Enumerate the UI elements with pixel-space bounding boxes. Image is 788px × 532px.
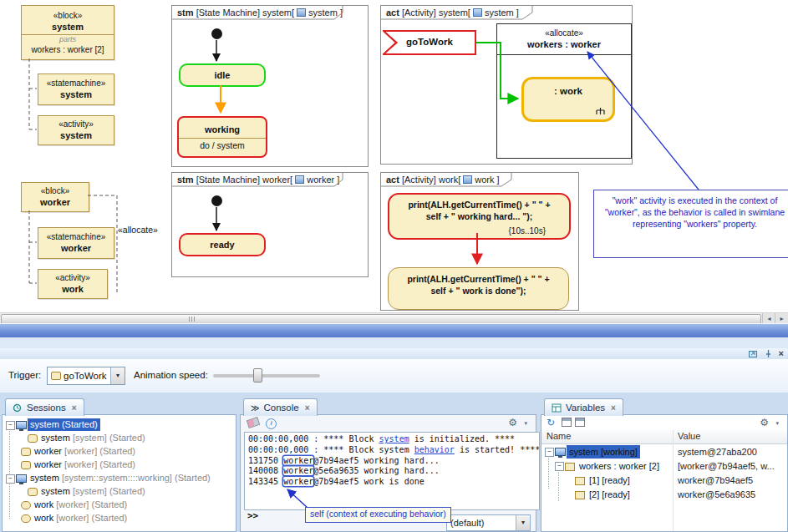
console-highlight[interactable]: worker bbox=[283, 466, 313, 475]
statemachine-system-el[interactable]: «statemachine» system bbox=[38, 73, 114, 105]
gear-icon[interactable]: ⚙ bbox=[508, 417, 517, 428]
print-work-done-action[interactable]: print(ALH.getCurrentTime() + " " + self … bbox=[388, 267, 569, 310]
tab-console[interactable]: ≫ Console × bbox=[243, 398, 318, 416]
info-icon[interactable]: i bbox=[266, 418, 277, 429]
session-row[interactable]: − system [system::system::::working] (St… bbox=[3, 472, 236, 485]
console-icon: ≫ bbox=[251, 403, 259, 413]
block-name: worker bbox=[22, 196, 89, 208]
console-output[interactable]: 00:00:00,000 : **** Block system is init… bbox=[244, 432, 540, 510]
part-icon bbox=[565, 463, 575, 471]
call-behavior-action-work[interactable]: : work bbox=[521, 77, 615, 122]
variable-row[interactable]: [1] [ready] worker@7b94aef5 bbox=[541, 474, 787, 488]
rake-icon bbox=[595, 107, 606, 116]
variables-pane[interactable]: ↻ ⚙ ▾ Name Value − system [working] syst… bbox=[541, 414, 788, 532]
tree-expander-icon[interactable]: − bbox=[555, 462, 564, 471]
statemachine-worker-el[interactable]: «statemachine» worker bbox=[38, 227, 114, 259]
initial-node[interactable] bbox=[211, 28, 222, 39]
console-prompt[interactable]: >> bbox=[247, 510, 258, 521]
stereotype-label: «block» bbox=[22, 10, 114, 21]
combobox-dropdown-button[interactable]: ▾ bbox=[516, 515, 530, 530]
window-splitter-bar[interactable] bbox=[0, 323, 788, 338]
application-window: «block» system parts workers : worker [2… bbox=[0, 0, 788, 532]
object-icon bbox=[555, 448, 566, 456]
variables-icon bbox=[552, 403, 562, 413]
trigger-dropdown-button[interactable]: ▾ bbox=[110, 367, 125, 384]
trigger-label: Trigger: bbox=[8, 370, 41, 380]
element-name: system bbox=[38, 89, 114, 100]
duration-constraint: {10s..10s} bbox=[509, 225, 546, 237]
tab-sessions[interactable]: Sessions × bbox=[5, 398, 84, 416]
pin-pane-icon[interactable] bbox=[764, 349, 773, 358]
stm-worker-frame[interactable]: stm [State Machine] worker[worker ] bbox=[171, 172, 369, 277]
swimlane-header: «allocate» workers : worker bbox=[497, 24, 631, 55]
session-row[interactable]: work [worker] (Started) bbox=[3, 512, 236, 525]
state-ready[interactable]: ready bbox=[179, 233, 266, 256]
session-row[interactable]: system [system] (Started) bbox=[3, 432, 236, 445]
variable-row[interactable]: − workers : worker [2] [worker@7b94aef5,… bbox=[541, 459, 787, 474]
console-highlight[interactable]: worker bbox=[283, 456, 313, 465]
console-link[interactable]: system bbox=[379, 434, 409, 443]
state-name: working bbox=[205, 122, 240, 138]
parts-value: workers : worker [2] bbox=[22, 44, 114, 55]
gear-icon[interactable]: ⚙ bbox=[760, 417, 769, 428]
simulation-panels: Sessions × − system (Started) system [sy… bbox=[0, 393, 788, 532]
stereotype-label: «statemachine» bbox=[38, 78, 114, 89]
diagram-canvas[interactable]: «block» system parts workers : worker [2… bbox=[0, 0, 788, 312]
stereotype-label: «activity» bbox=[38, 119, 114, 129]
session-row[interactable]: worker [worker] (Started) bbox=[3, 445, 236, 459]
diagram-icon bbox=[295, 175, 304, 184]
console-context-combobox[interactable]: (default) ▾ bbox=[446, 514, 531, 531]
column-value[interactable]: Value bbox=[678, 431, 700, 441]
console-line: 143345 worker@7b94aef5 work is done bbox=[248, 477, 536, 488]
session-row[interactable]: − system (Started) bbox=[3, 418, 236, 432]
console-options-dropdown-icon[interactable]: ▾ bbox=[524, 420, 527, 427]
signal-name: goToWork bbox=[406, 37, 453, 47]
variables-options-dropdown-icon[interactable]: ▾ bbox=[775, 420, 779, 427]
block-name: system bbox=[22, 21, 114, 33]
variable-row[interactable]: − system [working] system@27aba200 bbox=[541, 445, 787, 459]
refresh-icon[interactable]: ↻ bbox=[547, 417, 555, 428]
close-tab-icon[interactable]: × bbox=[611, 403, 616, 413]
animation-speed-slider-thumb[interactable] bbox=[253, 368, 262, 383]
comment-note[interactable]: "work" activity is executed in the conte… bbox=[593, 190, 788, 258]
close-tab-icon[interactable]: × bbox=[72, 403, 77, 413]
activity-system-el[interactable]: «activity» system bbox=[38, 115, 114, 145]
tab-label: Variables bbox=[566, 403, 605, 413]
block-worker[interactable]: «block» worker bbox=[21, 182, 89, 212]
trigger-combobox[interactable]: goToWork ▾ bbox=[47, 367, 125, 385]
diagram-icon bbox=[463, 175, 472, 184]
variable-row[interactable]: [2] [ready] worker@5e6a9635 bbox=[541, 488, 787, 502]
export-icon[interactable] bbox=[562, 418, 572, 427]
close-pane-icon[interactable]: × bbox=[779, 349, 784, 358]
session-row[interactable]: work [worker] (Started) bbox=[3, 499, 236, 512]
column-name[interactable]: Name bbox=[547, 431, 571, 441]
frame-title: stm [State Machine] worker[worker ] bbox=[173, 174, 339, 188]
console-highlight[interactable]: worker bbox=[283, 477, 313, 486]
combobox-value: (default) bbox=[447, 518, 516, 528]
console-pane[interactable]: i ⚙ ▾ 00:00:00,000 : **** Block system i… bbox=[240, 414, 536, 532]
state-idle[interactable]: idle bbox=[179, 63, 266, 87]
tree-expander-icon[interactable]: − bbox=[6, 421, 15, 430]
part-icon bbox=[575, 477, 585, 485]
tab-variables[interactable]: Variables × bbox=[544, 398, 623, 416]
animation-speed-slider-track[interactable] bbox=[213, 374, 320, 377]
print-working-hard-action[interactable]: print(ALH.getCurrentTime() + " " + self … bbox=[388, 193, 571, 240]
import-icon[interactable] bbox=[575, 418, 585, 427]
tree-expander-icon[interactable]: − bbox=[6, 474, 15, 484]
diagram-icon bbox=[473, 8, 482, 17]
close-tab-icon[interactable]: × bbox=[305, 403, 310, 413]
session-icon bbox=[16, 474, 27, 483]
action-text: print(ALH.getCurrentTime() + " " + bbox=[389, 199, 569, 210]
block-system[interactable]: «block» system parts workers : worker [2… bbox=[21, 5, 114, 60]
tree-expander-icon[interactable]: − bbox=[545, 448, 554, 457]
restore-pane-icon[interactable] bbox=[748, 349, 758, 358]
state-working[interactable]: working do / system bbox=[177, 116, 267, 158]
clear-console-icon[interactable] bbox=[247, 417, 260, 428]
console-link[interactable]: behavior bbox=[414, 445, 455, 454]
session-row[interactable]: worker [worker] (Started) bbox=[3, 459, 236, 472]
sessions-pane[interactable]: − system (Started) system [system] (Star… bbox=[2, 414, 236, 532]
session-row[interactable]: system [system] (Started) bbox=[3, 485, 236, 499]
initial-node[interactable] bbox=[211, 195, 222, 206]
activity-work-el[interactable]: «activity» work bbox=[38, 269, 108, 299]
horizontal-scrollbar[interactable]: ◂ ▸ bbox=[0, 312, 788, 324]
